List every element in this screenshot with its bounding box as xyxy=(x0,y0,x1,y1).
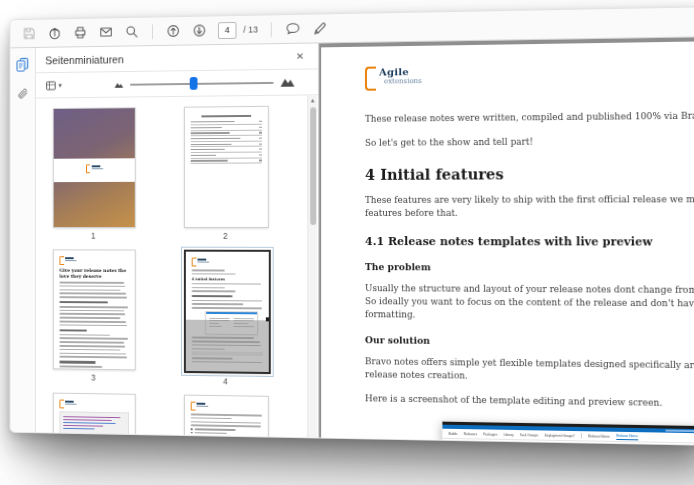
scrollbar-up-arrow[interactable]: ▲ xyxy=(308,95,317,103)
thumbnail-size-slider[interactable] xyxy=(130,81,274,85)
slider-knob[interactable] xyxy=(190,76,198,89)
panel-header: Seitenminiaturen ✕ xyxy=(36,43,318,73)
thumbnail-cell: Give your release notes the love they de… xyxy=(53,249,134,385)
doc-heading-initial-features: 4 Initial features xyxy=(365,164,694,183)
doc-paragraph-1: These features are very likely to ship w… xyxy=(365,193,694,220)
thumbnail-page-4[interactable]: 4 Initial features xyxy=(184,250,271,374)
agile-extensions-mini-logo xyxy=(59,256,129,265)
thumb-text-skeleton xyxy=(59,282,129,299)
thumbnail-options-button[interactable]: ▾ xyxy=(45,79,62,91)
thumbnail-page-1[interactable] xyxy=(53,107,136,228)
save-button[interactable] xyxy=(22,26,37,42)
close-panel-button[interactable]: ✕ xyxy=(292,49,308,64)
page-thumbnails-icon xyxy=(15,57,30,73)
upload-icon xyxy=(48,26,61,40)
circle-arrow-up-icon xyxy=(167,24,181,38)
thumbnail-page-2[interactable] xyxy=(184,106,269,228)
document-pane: Agile extensions These release notes wer… xyxy=(319,37,694,444)
screenshot-tab: Builds xyxy=(449,431,458,435)
email-button[interactable] xyxy=(98,24,113,40)
thumbnail-cell xyxy=(53,393,134,438)
logo-brand-text: Agile xyxy=(379,67,422,78)
document-page: Agile extensions These release notes wer… xyxy=(321,40,694,445)
thumb-text-skeleton xyxy=(191,413,262,427)
thumb-text-skeleton xyxy=(192,300,263,310)
thumb-text-skeleton xyxy=(59,334,129,358)
screenshot-tab: Release Notes xyxy=(588,434,610,438)
circle-arrow-down-icon xyxy=(193,23,207,37)
scrollbar-thumb[interactable] xyxy=(310,107,316,225)
doc-heading-templates: 4.1 Release notes templates with live pr… xyxy=(365,235,694,249)
pdf-viewer-window: 4 / 13 xyxy=(9,6,694,445)
logo-bracket-icon xyxy=(365,67,376,91)
comment-button[interactable] xyxy=(285,21,301,37)
toolbar-divider xyxy=(271,22,272,37)
previous-page-button[interactable] xyxy=(166,23,181,39)
share-upload-button[interactable] xyxy=(47,25,62,41)
thumbnail-page-label: 3 xyxy=(53,372,134,383)
thumb-text-skeleton xyxy=(59,306,129,327)
screenshot-tab: Library xyxy=(504,432,514,436)
search-button[interactable] xyxy=(124,24,139,40)
search-icon xyxy=(125,25,138,39)
next-page-button[interactable] xyxy=(192,22,208,38)
doc-paragraph-intro1: These release notes were written, compil… xyxy=(365,108,694,125)
agile-extensions-mini-logo xyxy=(191,402,262,412)
logo-bracket-icon xyxy=(86,164,90,173)
thumbnail-page-3[interactable]: Give your release notes the love they de… xyxy=(53,249,136,370)
thumbnail4-heading: 4 Initial features xyxy=(192,277,263,281)
thumb-code-block xyxy=(59,411,129,434)
page-count-label: / 13 xyxy=(243,25,258,35)
page-number-input[interactable]: 4 xyxy=(218,21,237,38)
printer-icon xyxy=(74,26,87,40)
doc-paragraph-3: Bravo notes offers simple yet flexible t… xyxy=(365,355,694,387)
options-grid-icon xyxy=(45,79,56,91)
view-resize-handle[interactable] xyxy=(265,317,269,322)
large-thumbnails-icon xyxy=(281,77,295,88)
agile-extensions-logo: Agile extensions xyxy=(365,61,694,91)
thumbnail-page-label: 1 xyxy=(53,231,134,241)
doc-heading-problem: The problem xyxy=(365,261,694,274)
embedded-screenshot: Builds Releases Packages Library Task Gr… xyxy=(441,421,694,445)
thumbnails-panel: Seitenminiaturen ✕ ▾ xyxy=(36,43,319,437)
pencil-icon xyxy=(312,21,327,35)
agile-extensions-mini-logo xyxy=(59,400,129,410)
panel-title: Seitenminiaturen xyxy=(45,50,292,65)
thumbnail-page-5[interactable] xyxy=(53,393,136,438)
out-of-view-overlay xyxy=(186,320,269,372)
thumb-text-skeleton xyxy=(59,436,129,437)
page-thumbnails-tool[interactable] xyxy=(14,56,31,74)
screenshot-search-box xyxy=(666,429,694,432)
attachments-tool[interactable] xyxy=(14,85,31,103)
sidebar-rail xyxy=(10,48,35,432)
thumbnail-cell: 2 xyxy=(184,106,267,241)
panel-scrollbar[interactable]: ▲ xyxy=(307,95,317,437)
edit-pencil-button[interactable] xyxy=(311,20,327,36)
thumbnail-cell xyxy=(184,395,267,438)
paperclip-icon xyxy=(16,86,30,101)
caret-down-icon: ▾ xyxy=(58,81,61,89)
envelope-icon xyxy=(99,25,112,39)
agile-extensions-mini-logo xyxy=(86,164,103,173)
thumbnail3-title: Give your release notes the love they de… xyxy=(59,268,129,279)
panel-toolbar: ▾ xyxy=(36,69,318,98)
cover-logo-band xyxy=(54,158,135,182)
print-button[interactable] xyxy=(73,25,88,41)
screenshot-tab: Packages xyxy=(483,432,497,436)
screenshot-tab: Deployment Groups* xyxy=(544,433,575,438)
thumbnail-page-6[interactable] xyxy=(184,395,269,438)
desktop-background: 4 / 13 xyxy=(0,0,694,485)
thumbnail-size-control xyxy=(115,76,309,89)
doc-heading-solution: Our solution xyxy=(365,334,694,350)
doc-paragraph-2: Usually the structure and layout of your… xyxy=(365,282,694,325)
agile-extensions-mini-logo xyxy=(192,258,263,267)
small-thumbnails-icon xyxy=(115,80,124,88)
screenshot-tab: Task Groups xyxy=(520,433,538,437)
thumbnail-list: 1 xyxy=(36,95,318,437)
logo-sub-text: extensions xyxy=(384,77,422,86)
doc-paragraph-4: Here is a screenshot of the template edi… xyxy=(365,392,694,412)
window-body: Seitenminiaturen ✕ ▾ xyxy=(10,37,694,444)
thumbnail-cell-selected: 4 Initial features xyxy=(184,250,267,387)
thumbnail-cell: 1 xyxy=(53,107,134,240)
thumb-text-skeleton xyxy=(192,269,263,275)
